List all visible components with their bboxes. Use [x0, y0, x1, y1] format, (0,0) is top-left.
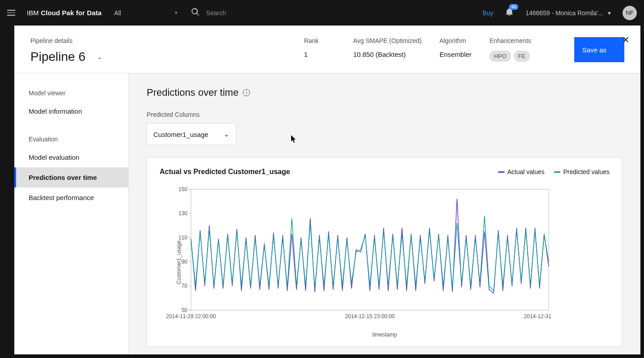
sidenav-item-predictions-over-time[interactable]: Predictions over time: [14, 167, 128, 188]
svg-text:50: 50: [182, 307, 188, 313]
buy-link[interactable]: Buy: [483, 9, 493, 17]
info-icon[interactable]: i: [243, 89, 250, 96]
chevron-down-icon: ▾: [608, 9, 611, 17]
brand-name: Cloud Pak for Data: [41, 9, 102, 17]
algorithm-value: Ensembler: [440, 51, 472, 58]
scope-selector[interactable]: All ▾: [114, 9, 178, 17]
brand: IBM Cloud Pak for Data: [27, 9, 102, 17]
smape-label: Avg SMAPE (Optimized): [353, 37, 422, 44]
pipeline-details-modal: Pipeline details Pipeline 6 ⌄ Rank 1 Avg…: [14, 26, 640, 354]
sidenav-section-evaluation: Evaluation: [14, 132, 128, 147]
topbar-right: Buy 44 1466659 - Monica Romila'... ▾ NF: [483, 6, 637, 20]
svg-text:2014-12-15 23:00:00: 2014-12-15 23:00:00: [345, 313, 395, 320]
content-title: Predictions over time: [147, 87, 238, 98]
enhancements-label: Enhancements: [489, 37, 531, 44]
chart-svg: 1501301109070502014-11-29 22:00:002014-1…: [160, 185, 553, 328]
sidenav-section-modelviewer: Model viewer: [14, 86, 128, 101]
chart-legend: Actual values Predicted values: [498, 168, 610, 175]
legend-predicted: Predicted values: [554, 168, 610, 175]
top-bar: IBM Cloud Pak for Data All ▾ Search Buy …: [0, 0, 644, 26]
chart-x-axis-label: timestamp: [160, 332, 610, 338]
search-icon: [191, 8, 200, 18]
sidenav-item-model-evaluation[interactable]: Model evaluation: [14, 147, 128, 167]
cursor-icon: [291, 135, 297, 143]
sidenav-item-backtest-performance[interactable]: Backtest performance: [14, 188, 128, 208]
account-label: 1466659 - Monica Romila'...: [525, 9, 603, 17]
chevron-down-icon: ⌄: [224, 130, 229, 138]
svg-text:2014-11-29 22:00:00: 2014-11-29 22:00:00: [166, 313, 216, 320]
chart-y-axis-label: Customer1_usage: [176, 240, 182, 284]
avatar[interactable]: NF: [623, 6, 637, 20]
chevron-down-icon: ⌄: [97, 53, 102, 60]
svg-text:110: 110: [178, 234, 187, 241]
svg-text:150: 150: [178, 186, 187, 192]
rank-value: 1: [304, 51, 335, 58]
modal-header: Pipeline details Pipeline 6 ⌄ Rank 1 Avg…: [14, 26, 640, 73]
enhancement-pill-fe: FE: [514, 51, 530, 62]
header-metrics: Rank 1 Avg SMAPE (Optimized) 10.850 (Bac…: [304, 37, 624, 62]
menu-icon[interactable]: [7, 8, 18, 18]
rank-label: Rank: [304, 37, 335, 44]
content-title-row: Predictions over time i: [147, 87, 623, 98]
predicted-columns-value: Customer1_usage: [153, 131, 208, 138]
close-icon[interactable]: ✕: [622, 34, 630, 45]
smape-value: 10.850 (Backtest): [353, 51, 422, 58]
legend-actual-label: Actual values: [507, 168, 544, 175]
chart-title: Actual vs Predicted Customer1_usage: [160, 168, 290, 176]
predicted-columns-label: Predicted Columns: [147, 111, 623, 118]
search[interactable]: Search: [191, 8, 226, 18]
svg-text:70: 70: [182, 283, 188, 289]
brand-prefix: IBM: [27, 9, 41, 17]
pipeline-selector[interactable]: Pipeline 6 ⌄: [30, 50, 102, 64]
svg-text:130: 130: [178, 210, 187, 217]
save-as-button[interactable]: Save as: [574, 37, 624, 62]
pipeline-details-label: Pipeline details: [30, 37, 102, 44]
legend-predicted-label: Predicted values: [563, 168, 610, 175]
enhancement-pill-hpo: HPO: [489, 51, 511, 62]
account-selector[interactable]: 1466659 - Monica Romila'... ▾: [525, 9, 611, 17]
notifications-button[interactable]: 44: [505, 8, 514, 18]
svg-rect-0: [191, 189, 549, 310]
algorithm-label: Algorithm: [440, 37, 472, 44]
svg-text:2014-12-31 23:00:00: 2014-12-31 23:00:00: [524, 313, 553, 320]
chart-plot: Customer1_usage 1501301109070502014-11-2…: [160, 185, 610, 339]
legend-actual: Actual values: [498, 168, 544, 175]
search-placeholder: Search: [206, 9, 226, 17]
notifications-badge: 44: [509, 4, 518, 10]
predicted-columns-dropdown[interactable]: Customer1_usage ⌄: [147, 124, 236, 145]
chart-card: Actual vs Predicted Customer1_usage Actu…: [147, 158, 623, 347]
pipeline-name: Pipeline 6: [30, 50, 85, 64]
sidenav-item-model-information[interactable]: Model information: [14, 101, 128, 121]
scope-label: All: [114, 9, 121, 17]
content-area: Predictions over time i Predicted Column…: [129, 73, 640, 354]
side-nav: Model viewer Model information Evaluatio…: [14, 73, 129, 354]
chevron-down-icon: ▾: [175, 10, 178, 16]
svg-text:90: 90: [182, 259, 188, 265]
